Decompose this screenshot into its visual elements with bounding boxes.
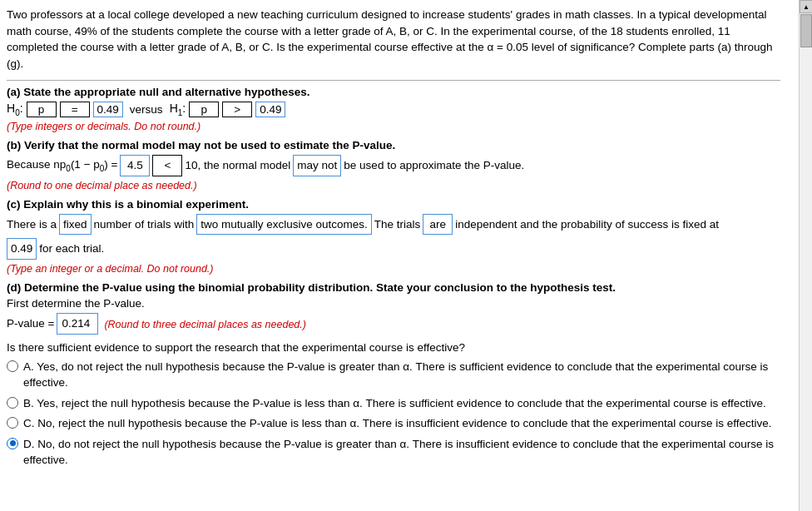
scrollbar-thumb[interactable] xyxy=(800,14,812,47)
first-determine: First determine the P-value. xyxy=(7,297,780,310)
section-a: (a) State the appropriate null and alter… xyxy=(7,86,780,132)
radio-b[interactable] xyxy=(7,397,18,409)
divider-top xyxy=(7,80,780,81)
c-text4: independent and the probability of succe… xyxy=(455,216,719,234)
options-list: A. Yes, do not reject the null hypothesi… xyxy=(7,359,780,469)
intro-text: Two professors at a local college develo… xyxy=(7,7,780,72)
np-val-box[interactable]: 4.5 xyxy=(120,155,150,176)
c-text2: number of trials with xyxy=(94,216,195,234)
option-b-text: Yes, reject the null hypothesis because … xyxy=(37,397,766,409)
model-val-box[interactable]: may not xyxy=(293,155,341,176)
section-c-line1: There is a fixed number of trials with t… xyxy=(7,214,780,236)
section-c: (c) Explain why this is a binomial exper… xyxy=(7,198,780,275)
h1-var-box[interactable]: p xyxy=(189,102,219,117)
section-b-hint: (Round to one decimal place as needed.) xyxy=(7,180,780,191)
section-c-hint: (Type an integer or a decimal. Do not ro… xyxy=(7,263,780,275)
option-d-text: No, do not reject the null hypothesis be… xyxy=(23,438,774,467)
h1-val-box[interactable]: 0.49 xyxy=(255,102,285,117)
option-d[interactable]: D. No, do not reject the null hypothesis… xyxy=(7,436,780,469)
pvalue-box[interactable]: 0.214 xyxy=(57,313,98,335)
scrollbar-up-arrow[interactable]: ▲ xyxy=(800,0,812,13)
sufficient-question: Is there sufficient evidence to support … xyxy=(7,341,780,354)
c-text5: for each trial. xyxy=(39,240,104,258)
option-c-text: No, reject the null hypothesis because t… xyxy=(37,417,771,429)
option-a[interactable]: A. Yes, do not reject the null hypothesi… xyxy=(7,359,780,391)
outcomes-val-box[interactable]: two mutually exclusive outcomes. xyxy=(196,214,371,236)
section-b: (b) Verify that the normal model may not… xyxy=(7,139,780,191)
b-text3: be used to approximate the P-value. xyxy=(344,156,524,175)
h0-op-box[interactable]: = xyxy=(60,102,90,117)
section-d: (d) Determine the P-value using the bino… xyxy=(7,281,780,469)
section-a-hint: (Type integers or decimals. Do not round… xyxy=(7,121,780,132)
h0-label: H0: xyxy=(7,102,23,117)
scrollbar[interactable]: ▲ xyxy=(799,0,812,511)
trials-val-box[interactable]: are xyxy=(423,214,453,236)
pvalue-hint: (Round to three decimal places as needed… xyxy=(104,316,306,333)
section-c-label: (c) Explain why this is a binomial exper… xyxy=(7,198,780,211)
option-b[interactable]: B. Yes, reject the null hypothesis becau… xyxy=(7,395,780,412)
h0-var-box[interactable]: p xyxy=(27,102,57,117)
radio-d[interactable] xyxy=(7,438,18,449)
c-text1: There is a xyxy=(7,216,57,234)
pvalue-label: P-value = xyxy=(7,315,54,333)
radio-a[interactable] xyxy=(7,360,18,372)
prob-val-box[interactable]: 0.49 xyxy=(7,238,37,260)
h1-label: H1: xyxy=(170,102,186,117)
section-b-label: (b) Verify that the normal model may not… xyxy=(7,139,780,151)
b-text2: 10, the normal model xyxy=(185,156,290,175)
because-text: Because np0(1 − p0) = xyxy=(7,156,117,176)
section-d-label: (d) Determine the P-value using the bino… xyxy=(7,281,780,294)
section-a-label: (a) State the appropriate null and alter… xyxy=(7,86,780,98)
fixed-val-box[interactable]: fixed xyxy=(59,214,92,236)
option-c[interactable]: C. No, reject the null hypothesis becaus… xyxy=(7,415,780,432)
b-op-box[interactable]: < xyxy=(152,155,182,176)
radio-c[interactable] xyxy=(7,417,18,429)
c-text3: The trials xyxy=(374,216,421,234)
section-c-line2: 0.49 for each trial. xyxy=(7,238,780,260)
pvalue-row: P-value = 0.214 (Round to three decimal … xyxy=(7,313,780,335)
hypothesis-h0-row: H0: p = 0.49 versus H1: p > 0.49 xyxy=(7,102,780,117)
versus-text: versus xyxy=(130,103,163,116)
h1-op-box[interactable]: > xyxy=(222,102,252,117)
h0-val-box[interactable]: 0.49 xyxy=(93,102,123,117)
section-b-content: Because np0(1 − p0) = 4.5 < 10, the norm… xyxy=(7,155,780,176)
option-a-text: Yes, do not reject the null hypothesis b… xyxy=(23,360,768,389)
